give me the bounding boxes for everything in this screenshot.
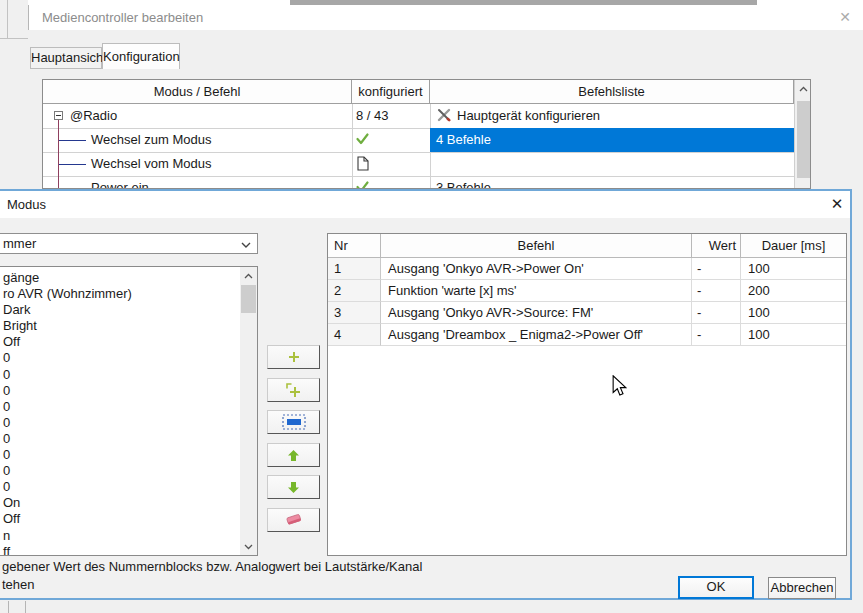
cell-dauer: 100 [741,324,846,346]
add-insert-button[interactable] [267,378,320,402]
background-window-edge [0,38,28,39]
list-item[interactable]: Off [0,334,240,350]
list-item[interactable]: 0 [0,399,240,415]
list-item[interactable]: 0 [0,350,240,366]
cell-nr: 4 [328,324,381,346]
command-list-entry[interactable]: 3 Befehle [436,180,491,189]
list-item[interactable]: 0 [0,463,240,479]
plus-icon [288,351,300,363]
check-icon [356,181,369,189]
scroll-up-icon[interactable] [240,267,257,284]
plus-insert-icon [286,383,301,398]
tab-hauptansicht[interactable]: Hauptansicht [30,47,102,69]
table-row[interactable]: 2 Funktion 'warte [x] ms' - 200 [328,280,846,302]
tree-line [59,164,86,165]
list-item[interactable]: On [0,495,240,511]
ok-button[interactable]: OK [678,576,754,599]
command-list-entry[interactable]: Hauptgerät konfigurieren [457,108,600,123]
cell-nr: 3 [328,302,381,324]
selection-rect-icon [282,414,306,430]
select-block-button[interactable] [267,410,320,434]
column-header-dauer: Dauer [ms] [741,234,846,258]
list-item[interactable]: 0 [0,415,240,431]
list-item[interactable]: 0 [0,367,240,383]
screen: Mediencontroller bearbeiten ✕ Hauptansic… [0,0,863,613]
selected-command-list-cell[interactable]: 4 Befehle [430,128,794,152]
scrollbar-thumb[interactable] [797,101,810,178]
table-row[interactable]: 4 Ausgang 'Dreambox _ Enigma2->Power Off… [328,324,846,346]
move-down-button[interactable] [267,475,320,499]
list-item[interactable]: Bright [0,318,240,334]
list-item[interactable]: ro AVR (Wohnzimmer) [0,286,240,302]
cancel-button[interactable]: Abbrechen [768,577,836,599]
cell-befehl: Ausgang 'Onkyo AVR->Power On' [381,258,692,280]
check-icon [356,133,369,145]
tree-collapse-icon[interactable] [54,111,63,120]
chevron-down-icon [241,242,251,248]
background-window-edge [8,601,9,613]
list-items: gänge ro AVR (Wohnzimmer) Dark Bright Of… [0,270,240,556]
tree-line [59,140,86,141]
cell-befehl: Ausgang 'Dreambox _ Enigma2->Power Off' [381,324,692,346]
close-icon[interactable]: ✕ [834,8,856,26]
move-up-button[interactable] [267,443,320,467]
add-button[interactable] [267,345,320,369]
close-icon[interactable]: ✕ [824,194,850,214]
mode-combobox[interactable]: mmer [0,233,258,254]
source-listbox[interactable]: gänge ro AVR (Wohnzimmer) Dark Bright Of… [0,266,258,556]
command-table-header: Nr Befehl Wert Dauer [ms] [328,234,846,258]
hint-text-line2: tehen [2,577,35,592]
grid-line [43,176,794,177]
background-window-edge [7,0,8,38]
cell-befehl: Ausgang 'Onkyo AVR->Source: FM' [381,302,692,324]
hint-text-line1: gebener Wert des Nummernblocks bzw. Anal… [2,559,422,574]
list-item[interactable]: 0 [0,479,240,495]
scrollbar-thumb[interactable] [241,285,256,313]
mode-command-table: Modus / Befehl konfiguriert Befehlsliste… [42,79,811,189]
background-window-edge [25,601,26,613]
list-item[interactable]: 0 [0,447,240,463]
erase-button[interactable] [267,508,320,532]
tools-icon [437,108,451,122]
list-item[interactable]: n [0,528,240,544]
configured-count: 8 / 43 [356,108,389,123]
table-row-mode[interactable]: Wechsel vom Modus [91,156,211,171]
tab-konfiguration[interactable]: Konfiguration [102,43,180,69]
cell-befehl: Funktion 'warte [x] ms' [381,280,692,302]
tree-line [58,120,59,188]
column-header-wert: Wert [692,234,741,258]
list-item[interactable]: 0 [0,383,240,399]
mouse-cursor [612,375,627,398]
table-row-mode[interactable]: @Radio [70,108,117,123]
cell-dauer: 100 [741,258,846,280]
background-window-title: Mediencontroller bearbeiten [42,10,203,25]
list-item[interactable]: Dark [0,302,240,318]
cell-wert: - [692,280,741,302]
table-row[interactable]: 3 Ausgang 'Onkyo AVR->Source: FM' - 100 [328,302,846,324]
dialog-title: Modus [7,197,46,212]
cell-wert: - [692,324,741,346]
table-row-mode[interactable]: Power ein [91,180,149,189]
column-header-modus-befehl: Modus / Befehl [43,80,352,104]
list-scrollbar[interactable] [240,267,257,555]
dialog-titlebar[interactable] [0,191,850,218]
cell-wert: - [692,302,741,324]
arrow-up-icon [287,449,300,462]
cell-nr: 2 [328,280,381,302]
arrow-down-icon [287,481,300,494]
table-row[interactable]: 1 Ausgang 'Onkyo AVR->Power On' - 100 [328,258,846,280]
column-header-konfiguriert: konfiguriert [352,80,430,104]
combobox-value: mmer [3,236,36,251]
table-scrollbar[interactable] [794,80,811,189]
cell-dauer: 200 [741,280,846,302]
list-item[interactable]: 0 [0,431,240,447]
grid-line [43,152,794,153]
document-icon [357,156,369,171]
list-item[interactable]: ff [0,544,240,556]
column-header-befehlsliste: Befehlsliste [430,80,794,104]
list-item[interactable]: Off [0,511,240,527]
list-item[interactable]: gänge [0,270,240,286]
scroll-up-icon[interactable] [795,80,811,97]
scroll-down-icon[interactable] [240,538,257,555]
table-row-mode[interactable]: Wechsel zum Modus [91,132,211,147]
